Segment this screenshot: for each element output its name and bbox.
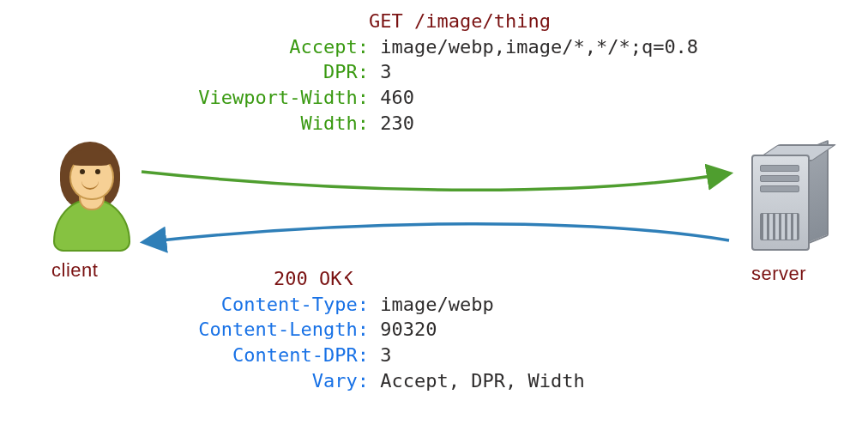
request-header-dpr: DPR: 3 [197, 59, 746, 85]
request-line: GET /image/thing [197, 9, 746, 34]
request-arrow [142, 172, 729, 190]
response-header-content-type: Content-Type: image/webp [197, 292, 746, 318]
response-header-vary: Vary: Accept, DPR, Width [197, 368, 746, 394]
client-icon [43, 142, 137, 270]
response-header-content-dpr: Content-DPR: 3 [197, 343, 746, 368]
server-label: server [751, 261, 806, 287]
response-arrow [144, 224, 729, 242]
http-request-block: GET /image/thing Accept: image/webp,imag… [197, 9, 746, 136]
request-header-viewport-width: Viewport-Width: 460 [197, 85, 746, 111]
response-header-content-length: Content-Length: 90320 [197, 317, 746, 343]
request-header-accept: Accept: image/webp,image/*,*/*;q=0.8 [197, 34, 746, 60]
client-label: client [51, 258, 98, 283]
server-icon [734, 146, 837, 258]
status-line-overlay: 200 OK [270, 266, 345, 292]
request-header-width: Width: 230 [197, 111, 746, 137]
